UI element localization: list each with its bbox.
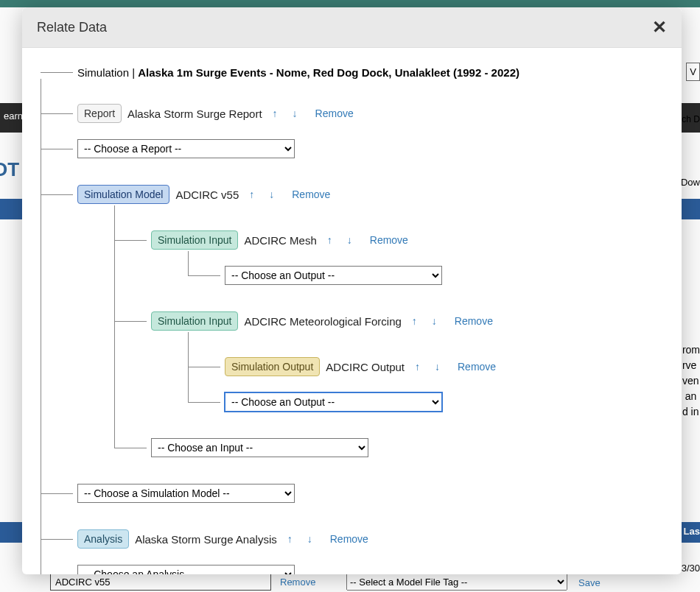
remove-link[interactable]: Remove [455,315,493,327]
remove-link[interactable]: Remove [315,108,354,119]
report-node: Report Alaska Storm Surge Report ↑ ↓ Rem… [41,79,648,124]
simulation-input-tag: Simulation Input [151,230,238,250]
simmodel-node: Simulation Model ADCIRC v55 ↑ ↓ Remove S… [41,160,648,459]
close-icon[interactable]: ✕ [652,18,667,36]
modal-header: Relate Data ✕ [22,7,682,48]
move-down-icon[interactable]: ↓ [343,234,357,246]
simoutput-name: ADCIRC Output [326,361,405,373]
report-name: Alaska Storm Surge Report [127,108,262,120]
choose-input-node: -- Choose an Input -- [114,413,648,459]
simulation-input-tag: Simulation Input [151,311,238,331]
remove-link[interactable]: Remove [458,361,496,373]
simulation-model-tag: Simulation Model [77,185,169,204]
analysis-tag: Analysis [77,529,129,549]
remove-link[interactable]: Remove [330,533,368,545]
remove-link-bottom[interactable]: Remove [280,577,315,588]
simmodel-children: Simulation Input ADCIRC Mesh ↑ ↓ Remove [114,205,648,459]
move-up-icon[interactable]: ↑ [245,188,259,200]
tree-root: Simulation | Alaska 1m Surge Events - No… [77,66,648,79]
dow-frag: Dow [681,177,700,188]
modal-title: Relate Data [37,20,107,35]
choose-output-2-node: -- Choose an Output -- [188,378,648,413]
siminput-2-children: Simulation Output ADCIRC Output ↑ ↓ Remo… [188,332,648,413]
siminput-2-node: Simulation Input ADCIRC Meteorological F… [114,286,648,413]
choose-output-select[interactable]: -- Choose an Output -- [225,392,442,412]
move-down-icon[interactable]: ↓ [265,188,279,200]
siminput-1-children: -- Choose an Output -- [188,251,648,286]
simmodel-name: ADCIRC v55 [175,188,239,201]
move-up-icon[interactable]: ↑ [268,108,282,119]
ot-text: OT [0,158,19,181]
choose-simmodel-select[interactable]: -- Choose a Simulation Model -- [77,484,295,503]
choose-analysis-node: -- Choose an Analysis -- [41,550,648,574]
remove-link[interactable]: Remove [370,234,408,246]
adcirc-input[interactable] [50,573,271,591]
search-frag: rch D [679,114,700,124]
root-prefix: Simulation | [77,66,138,79]
siminput-1-name: ADCIRC Mesh [244,234,316,247]
choose-output-1-node: -- Choose an Output -- [188,251,648,286]
date-frag: 3/30 [682,563,700,574]
las-frag: Las [684,526,700,537]
right-text-frag: rom rve ven an d in [682,342,700,420]
move-down-icon[interactable]: ↓ [430,361,444,373]
choose-report-select[interactable]: -- Choose a Report -- [77,139,295,158]
move-down-icon[interactable]: ↓ [427,315,441,327]
v-frag: V [686,63,700,81]
relation-tree: Simulation | Alaska 1m Surge Events - No… [41,66,648,574]
root-children: Report Alaska Storm Surge Report ↑ ↓ Rem… [41,79,648,574]
move-up-icon[interactable]: ↑ [323,234,337,246]
root-name: Alaska 1m Surge Events - Nome, Red Dog D… [138,66,519,79]
move-up-icon[interactable]: ↑ [407,315,421,327]
choose-report-node: -- Choose a Report -- [41,124,648,160]
siminput-2-name: ADCIRC Meteorological Forcing [244,315,401,328]
move-down-icon[interactable]: ↓ [288,108,302,119]
model-file-tag-select[interactable]: -- Select a Model File Tag -- [346,573,567,591]
move-down-icon[interactable]: ↓ [303,533,317,545]
simoutput-node: Simulation Output ADCIRC Output ↑ ↓ Remo… [188,332,648,378]
analysis-name: Alaska Storm Surge Analysis [135,533,277,546]
save-link[interactable]: Save [578,577,601,588]
simulation-output-tag: Simulation Output [225,357,320,376]
siminput-1-node: Simulation Input ADCIRC Mesh ↑ ↓ Remove [114,205,648,286]
modal-body: Simulation | Alaska 1m Surge Events - No… [22,48,682,574]
move-up-icon[interactable]: ↑ [283,533,297,545]
relate-data-modal: Relate Data ✕ Simulation | Alaska 1m Sur… [22,7,682,574]
choose-output-select[interactable]: -- Choose an Output -- [225,266,442,285]
analysis-node: Analysis Alaska Storm Surge Analysis ↑ ↓… [41,504,648,550]
choose-input-select[interactable]: -- Choose an Input -- [151,438,368,457]
move-up-icon[interactable]: ↑ [410,361,424,373]
choose-simmodel-node: -- Choose a Simulation Model -- [41,459,648,504]
choose-analysis-select[interactable]: -- Choose an Analysis -- [77,565,295,574]
remove-link[interactable]: Remove [292,188,330,200]
report-tag: Report [77,104,122,123]
